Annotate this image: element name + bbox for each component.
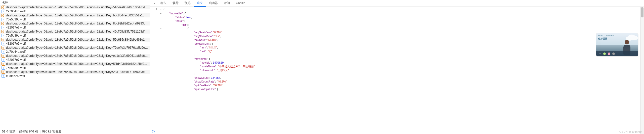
request-row[interactable]: T75e5b39d.woff bbox=[0, 34, 150, 38]
fold-toggle-icon[interactable] bbox=[159, 46, 162, 49]
request-name: dashboard-ajax?orderType=0&uuid=18e9d7a5… bbox=[6, 6, 149, 9]
font-icon: T bbox=[2, 18, 5, 21]
request-name: 432017e7.woff bbox=[6, 42, 26, 45]
font-icon: T bbox=[2, 50, 5, 53]
format-icon[interactable]: {} bbox=[151, 130, 155, 133]
fold-toggle-icon[interactable] bbox=[159, 65, 162, 68]
request-name: dashboard-ajax?orderType=0&uuid=18e9d7a5… bbox=[6, 22, 149, 25]
tab-Cookie[interactable]: Cookie bbox=[233, 0, 248, 6]
request-name: dashboard-ajax?orderType=0&uuid=18e9d7a5… bbox=[6, 54, 149, 58]
font-icon: T bbox=[2, 58, 5, 62]
request-name: e3dfe524.woff bbox=[6, 74, 25, 78]
fold-toggle-icon[interactable]: − bbox=[159, 23, 162, 27]
close-icon[interactable]: × bbox=[151, 1, 157, 5]
request-row[interactable]: {}dashboard-ajax?orderType=0&uuid=18e9d7… bbox=[0, 70, 150, 74]
fold-toggle-icon[interactable] bbox=[159, 34, 162, 38]
request-row[interactable]: {}dashboard-ajax?orderType=0&uuid=18e9d7… bbox=[0, 46, 150, 50]
request-name: dashboard-ajax?orderType=0&uuid=18e9d7a5… bbox=[6, 14, 149, 17]
fold-toggle-icon[interactable] bbox=[159, 80, 162, 84]
fold-toggle-icon[interactable] bbox=[159, 72, 162, 76]
status-requests: 51 个请求 bbox=[2, 129, 15, 134]
fold-toggle-icon[interactable] bbox=[159, 49, 162, 53]
status-resources: 990 kB 项资源 bbox=[42, 129, 62, 134]
request-row[interactable]: T2a70c44b.woff bbox=[0, 50, 150, 54]
request-row[interactable]: {}dashboard-ajax?orderType=0&uuid=18e9d7… bbox=[0, 38, 150, 42]
request-row[interactable]: T432017e7.woff bbox=[0, 42, 150, 46]
request-list[interactable]: {}dashboard-ajax?orderType=0&uuid=18e9d7… bbox=[0, 5, 150, 129]
dot-icon bbox=[612, 52, 615, 55]
request-name: 2a70c44b.woff bbox=[6, 50, 26, 53]
font-icon: T bbox=[2, 26, 5, 29]
fold-toggle-icon[interactable]: − bbox=[159, 8, 162, 12]
fold-toggle-icon[interactable]: − bbox=[159, 42, 162, 46]
fold-toggle-icon[interactable]: − bbox=[159, 87, 162, 91]
status-bar: 51 个请求 | 已传输 946 kB | 990 kB 项资源 bbox=[0, 129, 150, 134]
network-request-panel: 名称 {}dashboard-ajax?orderType=0&uuid=18e… bbox=[0, 0, 150, 134]
line-number-gutter: 1 bbox=[150, 7, 159, 134]
fold-toggle-icon[interactable] bbox=[159, 68, 162, 72]
request-row[interactable]: {}dashboard-ajax?orderType=0&uuid=18e9d7… bbox=[0, 54, 150, 58]
tab-载荷[interactable]: 载荷 bbox=[169, 0, 182, 7]
fold-toggle-icon[interactable] bbox=[159, 38, 162, 42]
request-name: dashboard-ajax?orderType=0&uuid=18e9d7a5… bbox=[6, 62, 149, 66]
detail-tabs: × 标头载荷预览响应启动器时间Cookie bbox=[150, 0, 644, 7]
fold-toggle-icon[interactable] bbox=[159, 53, 162, 57]
xhr-icon: {} bbox=[2, 6, 5, 9]
tab-标头[interactable]: 标头 bbox=[157, 0, 169, 7]
fold-toggle-icon[interactable]: − bbox=[159, 57, 162, 61]
tab-时间[interactable]: 时间 bbox=[221, 0, 233, 7]
request-row[interactable]: T432017e7.woff bbox=[0, 58, 150, 62]
xhr-icon: {} bbox=[2, 62, 5, 66]
request-row[interactable]: T2a70c44b.woff bbox=[0, 9, 150, 13]
xhr-icon: {} bbox=[2, 70, 5, 74]
response-body[interactable]: 1 −−−−−−−− {"movieList": {"status": true… bbox=[150, 7, 644, 134]
request-name: dashboard-ajax?orderType=0&uuid=18e9d7a5… bbox=[6, 38, 149, 41]
fold-toggle-icon[interactable] bbox=[159, 76, 162, 80]
request-row[interactable]: T432017e7.woff bbox=[0, 25, 150, 30]
fold-toggle-icon[interactable]: − bbox=[159, 19, 162, 23]
fold-toggle-icon[interactable]: − bbox=[159, 27, 162, 31]
fold-gutter[interactable]: −−−−−−−− bbox=[159, 7, 162, 134]
request-name: 432017e7.woff bbox=[6, 58, 26, 62]
xhr-icon: {} bbox=[2, 30, 5, 33]
request-row[interactable]: {}dashboard-ajax?orderType=0&uuid=18e9d7… bbox=[0, 21, 150, 25]
font-icon: T bbox=[2, 10, 5, 13]
fold-toggle-icon[interactable]: − bbox=[159, 12, 162, 15]
dot-icon bbox=[603, 52, 606, 55]
xhr-icon: {} bbox=[2, 22, 5, 25]
request-row[interactable]: {}dashboard-ajax?orderType=0&uuid=18e9d7… bbox=[0, 13, 150, 17]
fold-toggle-icon[interactable] bbox=[159, 61, 162, 65]
font-icon: T bbox=[2, 66, 5, 70]
request-row[interactable]: {}dashboard-ajax?orderType=0&uuid=18e9d7… bbox=[0, 62, 150, 66]
request-row[interactable]: Te3dfe524.woff bbox=[0, 74, 150, 78]
scrollbar-vertical[interactable] bbox=[640, 7, 644, 134]
request-name: dashboard-ajax?orderType=0&uuid=18e9d7a5… bbox=[6, 70, 149, 74]
tab-响应[interactable]: 响应 bbox=[194, 0, 206, 7]
request-row[interactable]: T75e5b39d.woff bbox=[0, 66, 150, 70]
dot-icon bbox=[608, 52, 610, 55]
font-icon: T bbox=[2, 34, 5, 37]
request-row[interactable]: T75e5b39d.woff bbox=[0, 17, 150, 21]
request-row[interactable]: {}dashboard-ajax?orderType=0&uuid=18e9d7… bbox=[0, 5, 150, 9]
font-icon: T bbox=[2, 42, 5, 45]
xhr-icon: {} bbox=[2, 46, 5, 49]
status-transferred: 已传输 946 kB bbox=[19, 129, 38, 134]
response-detail-panel: × 标头载荷预览响应启动器时间Cookie 1 −−−−−−−− {"movie… bbox=[150, 0, 644, 134]
tab-预览[interactable]: 预览 bbox=[182, 0, 194, 7]
tab-启动器[interactable]: 启动器 bbox=[206, 0, 221, 7]
scrollbar-thumb[interactable] bbox=[641, 7, 643, 17]
request-name: 75e5b39d.woff bbox=[6, 18, 26, 21]
xhr-icon: {} bbox=[2, 54, 5, 58]
watermark: CSDN @kylinmin bbox=[619, 130, 642, 133]
fold-toggle-icon[interactable] bbox=[159, 15, 162, 19]
fold-toggle-icon[interactable] bbox=[159, 31, 162, 34]
request-name: 75e5b39d.woff bbox=[6, 66, 26, 70]
request-name: 432017e7.woff bbox=[6, 26, 26, 29]
name-column-header[interactable]: 名称 bbox=[0, 0, 150, 5]
request-row[interactable]: {}dashboard-ajax?orderType=0&uuid=18e9d7… bbox=[0, 30, 150, 34]
request-name: dashboard-ajax?orderType=0&uuid=18e9d7a5… bbox=[6, 30, 149, 33]
decorative-thumbnail: HELLO WORLD 你好世界 中 bbox=[596, 33, 638, 57]
fold-toggle-icon[interactable] bbox=[159, 84, 162, 87]
request-name: 2a70c44b.woff bbox=[6, 10, 26, 13]
json-viewer[interactable]: {"movieList": {"status": true,"data": {"… bbox=[162, 7, 644, 134]
